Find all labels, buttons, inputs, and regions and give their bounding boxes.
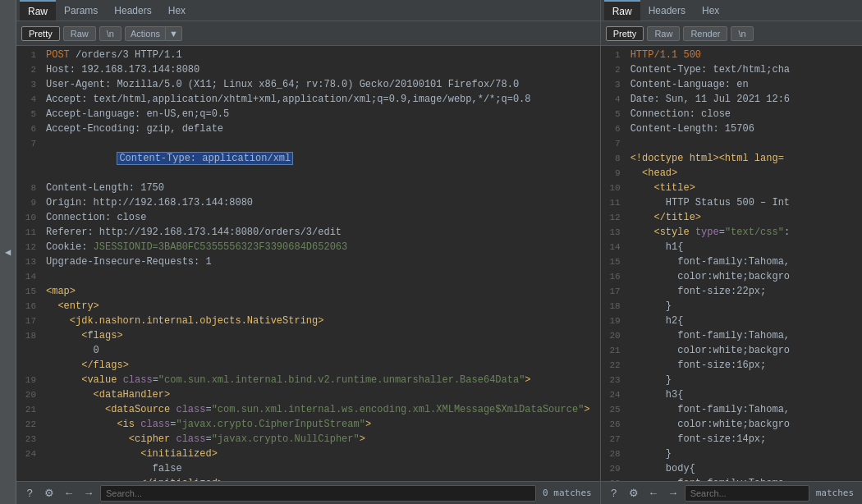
side-collapse-button[interactable]: ◀ bbox=[0, 0, 16, 504]
right-tab-headers[interactable]: Headers bbox=[640, 0, 694, 21]
left-help-button[interactable]: ? bbox=[21, 485, 38, 502]
left-tab-headers[interactable]: Headers bbox=[106, 0, 159, 21]
table-row: 26 color:white;backgro bbox=[601, 417, 862, 432]
table-row: 1 HTTP/1.1 500 bbox=[601, 48, 862, 62]
question-mark-icon: ? bbox=[26, 487, 32, 499]
right-toolbar: Pretty Raw Render \n bbox=[601, 21, 862, 46]
table-row: 12 </title> bbox=[601, 210, 862, 225]
table-row: 1 POST /orders/3 HTTP/1.1 bbox=[16, 48, 600, 62]
left-tab-raw[interactable]: Raw bbox=[20, 0, 56, 21]
table-row: 14 bbox=[16, 269, 600, 284]
left-nav-back-button[interactable]: ← bbox=[61, 485, 77, 502]
table-row: 4 Accept: text/html,application/xhtml+xm… bbox=[16, 92, 600, 107]
left-bottom-bar: ? ⚙ ← → 0 matches bbox=[16, 481, 600, 504]
table-row: 9 Origin: http://192.168.173.144:8080 bbox=[16, 195, 600, 210]
table-row: </initialized> bbox=[16, 476, 600, 481]
left-settings-button[interactable]: ⚙ bbox=[41, 485, 57, 502]
table-row: 15 font-family:Tahoma, bbox=[601, 254, 862, 269]
table-row: 6 Accept-Encoding: gzip, deflate bbox=[16, 121, 600, 136]
table-row: 7 bbox=[601, 136, 862, 151]
right-raw-button[interactable]: Raw bbox=[647, 26, 680, 41]
table-row: 6 Content-Length: 15706 bbox=[601, 121, 862, 136]
table-row: 13 <style type="text/css": bbox=[601, 225, 862, 240]
table-row: 7 Content-Type: application/xml bbox=[16, 136, 600, 181]
table-row: 4 Date: Sun, 11 Jul 2021 12:6 bbox=[601, 92, 862, 107]
table-row: </flags> bbox=[16, 358, 600, 373]
table-row: 28 } bbox=[601, 447, 862, 461]
right-settings-button[interactable]: ⚙ bbox=[626, 485, 642, 502]
left-tab-params[interactable]: Params bbox=[56, 0, 106, 21]
left-code-area[interactable]: 1 POST /orders/3 HTTP/1.1 2 Host: 192.16… bbox=[16, 46, 600, 481]
table-row: 17 <jdk.nashorn.internal.objects.NativeS… bbox=[16, 314, 600, 328]
left-code-lines: 1 POST /orders/3 HTTP/1.1 2 Host: 192.16… bbox=[16, 46, 600, 481]
table-row: 5 Connection: close bbox=[601, 107, 862, 121]
right-nav-back-button[interactable]: ← bbox=[645, 485, 662, 502]
right-nav-forward-button[interactable]: → bbox=[665, 485, 681, 502]
right-panel: Raw Headers Hex Pretty Raw Render \n 1 H… bbox=[601, 0, 862, 504]
table-row: 29 body{ bbox=[601, 461, 862, 476]
left-toolbar: Pretty Raw \n Actions ▼ bbox=[16, 21, 600, 46]
right-n-button[interactable]: \n bbox=[731, 26, 753, 41]
left-n-button[interactable]: \n bbox=[99, 26, 122, 41]
table-row: 13 Upgrade-Insecure-Requests: 1 bbox=[16, 254, 600, 269]
right-code-area[interactable]: 1 HTTP/1.1 500 2 Content-Type: text/html… bbox=[601, 46, 862, 481]
right-pretty-button[interactable]: Pretty bbox=[606, 26, 644, 41]
right-render-button[interactable]: Render bbox=[683, 26, 727, 41]
left-actions-button[interactable]: Actions bbox=[125, 26, 166, 41]
table-row: 2 Content-Type: text/html;cha bbox=[601, 62, 862, 77]
table-row: 8 Content-Length: 1750 bbox=[16, 181, 600, 195]
table-row: 22 font-size:16px; bbox=[601, 358, 862, 373]
main-panels: ◀ Raw Params Headers Hex Pretty Raw \n A… bbox=[0, 0, 862, 504]
arrow-left-icon: ← bbox=[648, 487, 658, 499]
right-match-count: matches bbox=[813, 488, 857, 498]
left-tab-hex[interactable]: Hex bbox=[160, 0, 194, 21]
table-row: 10 <title> bbox=[601, 181, 862, 195]
arrow-left-icon: ← bbox=[64, 487, 75, 499]
table-row: 5 Accept-Language: en-US,en;q=0.5 bbox=[16, 107, 600, 121]
table-row: 18 } bbox=[601, 299, 862, 314]
table-row: 15 <map> bbox=[16, 284, 600, 299]
table-row: 18 <flags> bbox=[16, 328, 600, 343]
right-tab-hex[interactable]: Hex bbox=[694, 0, 727, 21]
table-row: 10 Connection: close bbox=[16, 210, 600, 225]
left-nav-forward-button[interactable]: → bbox=[80, 485, 97, 502]
left-tab-bar: Raw Params Headers Hex bbox=[16, 0, 600, 21]
table-row: 16 <entry> bbox=[16, 299, 600, 314]
table-row: 0 bbox=[16, 343, 600, 358]
table-row: 16 color:white;backgro bbox=[601, 269, 862, 284]
table-row: 19 h2{ bbox=[601, 314, 862, 328]
left-actions-chevron[interactable]: ▼ bbox=[166, 26, 182, 41]
table-row: 14 h1{ bbox=[601, 240, 862, 254]
arrow-right-icon: → bbox=[667, 487, 678, 499]
table-row: 24 <initialized> bbox=[16, 447, 600, 461]
right-search-input[interactable] bbox=[685, 485, 809, 502]
table-row: 21 <dataSource class="com.sun.xml.intern… bbox=[16, 402, 600, 417]
right-code-lines: 1 HTTP/1.1 500 2 Content-Type: text/html… bbox=[601, 46, 862, 481]
right-tab-raw[interactable]: Raw bbox=[604, 0, 640, 21]
table-row: 20 <dataHandler> bbox=[16, 387, 600, 402]
table-row: 8 <!doctype html><html lang= bbox=[601, 151, 862, 166]
right-help-button[interactable]: ? bbox=[606, 485, 622, 502]
table-row: 19 <value class="com.sun.xml.internal.bi… bbox=[16, 373, 600, 387]
table-row: 12 Cookie: JSESSIONID=3BAB0FC5355556323F… bbox=[16, 240, 600, 254]
left-raw-button[interactable]: Raw bbox=[63, 26, 96, 41]
table-row: 20 font-family:Tahoma, bbox=[601, 328, 862, 343]
table-row: false bbox=[16, 461, 600, 476]
table-row: 11 Referer: http://192.168.173.144:8080/… bbox=[16, 225, 600, 240]
table-row: 9 <head> bbox=[601, 166, 862, 181]
gear-icon: ⚙ bbox=[629, 487, 639, 499]
table-row: 11 HTTP Status 500 – Int bbox=[601, 195, 862, 210]
table-row: 3 User-Agent: Mozilla/5.0 (X11; Linux x8… bbox=[16, 77, 600, 92]
left-pretty-button[interactable]: Pretty bbox=[21, 26, 60, 41]
table-row: 23 } bbox=[601, 373, 862, 387]
table-row: 24 h3{ bbox=[601, 387, 862, 402]
left-search-input[interactable] bbox=[100, 485, 536, 502]
table-row: 27 font-size:14px; bbox=[601, 432, 862, 447]
side-left-arrow-icon: ◀ bbox=[5, 246, 11, 258]
arrow-right-icon: → bbox=[84, 487, 94, 499]
table-row: 22 <is class="javax.crypto.CipherInputSt… bbox=[16, 417, 600, 432]
table-row: 23 <cipher class="javax.crypto.NullCiphe… bbox=[16, 432, 600, 447]
question-mark-icon: ? bbox=[611, 487, 617, 499]
table-row: 3 Content-Language: en bbox=[601, 77, 862, 92]
table-row: 17 font-size:22px; bbox=[601, 284, 862, 299]
